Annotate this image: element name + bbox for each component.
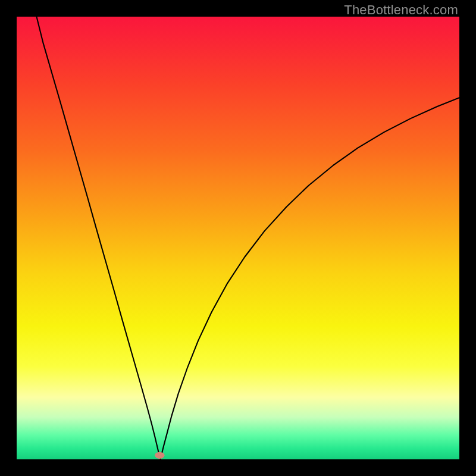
chart-frame [17,17,459,459]
chart-background [17,17,459,459]
optimal-point-marker [155,452,164,459]
bottleneck-chart [17,17,459,459]
watermark-text: TheBottleneck.com [344,2,458,18]
